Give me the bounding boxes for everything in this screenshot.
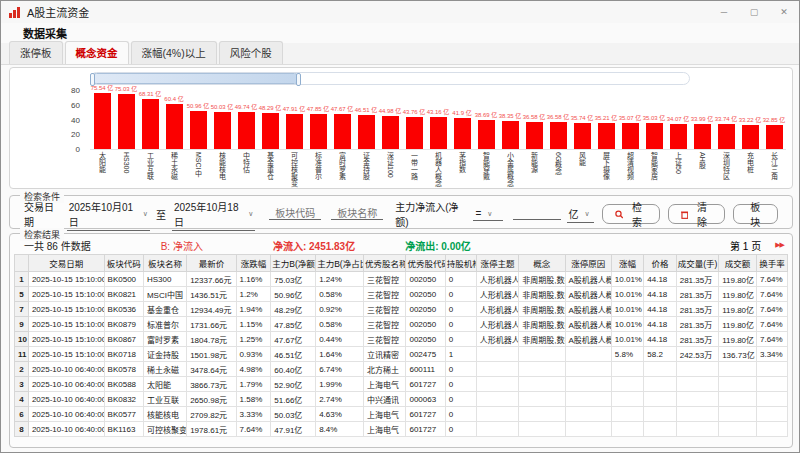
tab-risk-stocks[interactable]: 风险个股: [219, 41, 283, 64]
bar-可控核聚变[interactable]: [286, 114, 303, 149]
board-name-input[interactable]: [331, 208, 383, 220]
bar-基金重仓[interactable]: [262, 113, 279, 149]
column-header[interactable]: 板块名称: [143, 255, 186, 272]
column-header[interactable]: 涨跌幅: [236, 255, 271, 272]
table-cell: 非周期股,数据...: [519, 302, 565, 317]
bar-核能核电[interactable]: [214, 112, 231, 149]
column-header[interactable]: 交易日期: [28, 255, 104, 272]
board-button[interactable]: 板块: [733, 204, 778, 224]
column-header[interactable]: 概念: [519, 255, 565, 272]
unit-select[interactable]: 亿∨: [567, 205, 594, 223]
bar-新能源[interactable]: [526, 122, 543, 149]
operator-select[interactable]: =∨: [473, 207, 502, 221]
bar-富时罗素[interactable]: [334, 114, 351, 149]
bar-6G概念[interactable]: [550, 122, 567, 149]
column-header[interactable]: 主力B(净占比): [316, 255, 364, 272]
row-number: 6: [15, 407, 29, 422]
maximize-icon[interactable]: ▢: [739, 1, 769, 23]
table-row[interactable]: 112025-10-15 15:10:00BK0718证金持股1501.98元0…: [15, 347, 788, 362]
amount-input[interactable]: [513, 208, 561, 220]
bar-长江三角[interactable]: [766, 125, 783, 149]
bar-标准普尔[interactable]: [310, 114, 327, 149]
table-row[interactable]: 92025-10-15 15:10:00BK0879标准普尔1731.66元1.…: [15, 317, 788, 332]
bar-slot: 36.58 亿: [546, 89, 570, 149]
bar-小金属概念[interactable]: [502, 121, 519, 149]
bar-机器人概念[interactable]: [430, 117, 447, 149]
bar-AH股[interactable]: [694, 124, 711, 149]
bar-工业互联[interactable]: [142, 99, 159, 149]
bar-value-label: 32.85 亿: [763, 115, 786, 124]
column-header[interactable]: 主力B(净额): [271, 255, 316, 272]
tab-limit-up[interactable]: 涨停板: [9, 41, 63, 64]
column-header[interactable]: 最新价: [187, 255, 236, 272]
bar-slot: 50.03 亿: [210, 89, 234, 149]
board-code-input[interactable]: [269, 208, 321, 220]
table-cell: [719, 362, 757, 377]
table-row[interactable]: 42025-10-10 06:40:00BK0832工业互联2650.98元1.…: [15, 392, 788, 407]
close-icon[interactable]: ✕: [769, 1, 799, 23]
bar-太阳能[interactable]: [94, 93, 111, 149]
column-header[interactable]: 持股机构数: [445, 255, 476, 272]
column-header[interactable]: 板块代码: [104, 255, 143, 272]
table-cell: [676, 362, 718, 377]
tab-concept-funds[interactable]: 概念资金: [65, 41, 129, 64]
column-header[interactable]: 涨停原因: [565, 255, 611, 272]
table-cell: [644, 422, 676, 437]
bar-风能[interactable]: [574, 123, 591, 149]
bar-深证100[interactable]: [382, 116, 399, 149]
bar-中特估[interactable]: [238, 112, 255, 149]
bar-充电桩[interactable]: [742, 125, 759, 149]
clear-button[interactable]: 清除: [668, 204, 725, 224]
date-from-select[interactable]: 2025年10月01日∨: [67, 198, 150, 231]
table-row[interactable]: 52025-10-15 15:10:00BK0821MSCI中国1436.51元…: [15, 287, 788, 302]
column-header[interactable]: 优秀股名称: [364, 255, 406, 272]
table-row[interactable]: 32025-10-10 06:40:00BK0588太阳能3866.73元1.7…: [15, 377, 788, 392]
table-cell: [476, 392, 518, 407]
table-row[interactable]: 22025-10-10 06:40:00BK0578稀土永磁3478.64元4.…: [15, 362, 788, 377]
column-header[interactable]: 换手率: [756, 255, 787, 272]
table-row[interactable]: 12025-10-15 15:10:00BK0500HS30012337.66元…: [15, 272, 788, 287]
column-header[interactable]: 成交额: [719, 255, 757, 272]
x-axis-label: 工业互联: [138, 152, 162, 188]
table-cell: 47.67亿: [271, 332, 316, 347]
search-button[interactable]: 检索: [602, 204, 660, 224]
table-cell: 0.92%: [316, 302, 364, 317]
column-header[interactable]: 涨停主题: [476, 255, 518, 272]
column-header[interactable]: [15, 255, 29, 272]
total-outflow: 净流出: 0.00亿: [405, 238, 471, 253]
table-row[interactable]: 102025-10-15 15:10:00BK0867富时罗素1804.78元1…: [15, 332, 788, 347]
bar-HS300[interactable]: [118, 94, 135, 149]
minimize-icon[interactable]: ─: [709, 1, 739, 23]
datazoom-selected-range[interactable]: [91, 73, 300, 84]
bar-稀土永磁[interactable]: [166, 104, 183, 149]
bar-屏下摄像[interactable]: [598, 123, 615, 149]
table-cell: A股机器人概...: [565, 287, 611, 302]
table-cell: [756, 362, 787, 377]
column-header[interactable]: 价格: [644, 255, 676, 272]
date-to-select[interactable]: 2025年10月18日∨: [172, 198, 255, 231]
bar-智能家居[interactable]: [646, 123, 663, 149]
table-row[interactable]: 82025-10-10 06:40:00BK1163可控核聚变1978.61元7…: [15, 422, 788, 437]
bar-上证50[interactable]: [670, 124, 687, 149]
bar-智能穿戴[interactable]: [478, 120, 495, 149]
bar-MSCI中[interactable]: [190, 111, 207, 149]
table-row[interactable]: 62025-10-10 06:40:00BK0577核能核电2709.82元3.…: [15, 407, 788, 422]
bar-深圳特区[interactable]: [718, 124, 735, 149]
column-header[interactable]: 优秀股代码: [406, 255, 445, 272]
menu-item-data-collect[interactable]: 数据采集: [19, 23, 71, 43]
datazoom-right-handle[interactable]: [296, 73, 301, 86]
bar-一带一路[interactable]: [406, 117, 423, 149]
main-inflow-label: 主力净流入(净额): [395, 199, 469, 229]
to-label: 至: [156, 207, 166, 222]
column-header[interactable]: 涨幅: [611, 255, 643, 272]
table-cell: 7.64%: [756, 287, 787, 302]
table-row[interactable]: 72025-10-15 15:10:00BK0536基金重仓12934.49元1…: [15, 302, 788, 317]
bar-超清视频[interactable]: [622, 123, 639, 149]
bar-茅指数[interactable]: [454, 118, 471, 149]
datazoom-slider[interactable]: [90, 72, 690, 85]
next-page-icon[interactable]: ▶▶: [775, 241, 784, 249]
bar-value-label: 41.9 亿: [452, 108, 471, 117]
tab-gain-over-4pct[interactable]: 涨幅(4%)以上: [131, 41, 217, 64]
column-header[interactable]: 成交量(手): [676, 255, 718, 272]
bar-证金持股[interactable]: [358, 115, 375, 149]
